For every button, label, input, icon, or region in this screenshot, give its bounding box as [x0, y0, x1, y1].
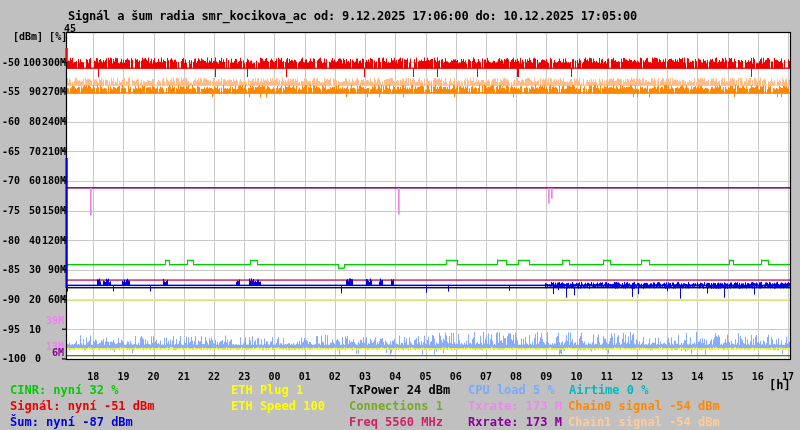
- x-axis-hour-label: 20: [139, 371, 169, 382]
- x-axis-hour-label: 06: [441, 371, 471, 382]
- x-axis-hour-label: 03: [350, 371, 380, 382]
- y-axis-rate-label: 210M: [0, 146, 66, 157]
- x-axis-hour-label: 05: [411, 371, 441, 382]
- x-axis-hour-label: 22: [199, 371, 229, 382]
- x-axis-hour-label: 19: [108, 371, 138, 382]
- legend-item: Chain0 signal -54 dBm: [568, 400, 720, 413]
- x-axis-hour-label: 13: [652, 371, 682, 382]
- y-axis-extra-rate-label: 6M: [0, 347, 64, 358]
- y-axis-rate-label: 120M: [0, 235, 66, 246]
- x-axis-hour-label: 01: [290, 371, 320, 382]
- x-axis-hour-label: 08: [501, 371, 531, 382]
- x-axis-hour-label: 15: [713, 371, 743, 382]
- signal-noise-graph-canvas: [0, 0, 800, 430]
- y-axis-rate-label: 300M: [0, 57, 66, 68]
- y-axis-unit-label: [dBm] [%]: [13, 31, 67, 42]
- x-axis-hour-label: 00: [259, 371, 289, 382]
- legend-item: Šum: nyní -87 dBm: [10, 416, 133, 429]
- legend-item: Rxrate: 173 M: [468, 416, 562, 429]
- y-axis-extra-rate-label: 39M: [0, 315, 64, 326]
- legend-item: Signál: nyní -51 dBm: [10, 400, 155, 413]
- legend-item: ETH Plug 1: [231, 384, 303, 397]
- graph-window: Signál a šum radia smr_kocikova_ac od: 9…: [0, 0, 800, 430]
- x-axis-hour-label: 10: [562, 371, 592, 382]
- graph-title: Signál a šum radia smr_kocikova_ac od: 9…: [68, 10, 637, 23]
- x-axis-hour-label: 04: [380, 371, 410, 382]
- y-axis-rate-label: 180M: [0, 175, 66, 186]
- x-axis-hour-label: 07: [471, 371, 501, 382]
- x-axis-hour-label: 21: [169, 371, 199, 382]
- legend-item: CINR: nyní 32 %: [10, 384, 118, 397]
- y-axis-rate-label: 240M: [0, 116, 66, 127]
- legend-item: Chain1 signal -54 dBm: [568, 416, 720, 429]
- x-axis-hour-label: 12: [622, 371, 652, 382]
- legend-item: TxPower 24 dBm: [349, 384, 450, 397]
- y-axis-rate-label: 150M: [0, 205, 66, 216]
- x-axis-hour-label: 09: [531, 371, 561, 382]
- x-axis-hour-label: 14: [682, 371, 712, 382]
- legend-item: Connections 1: [349, 400, 443, 413]
- x-axis-hour-label: 17: [773, 371, 800, 382]
- legend-item: Airtime 0 %: [569, 384, 648, 397]
- x-axis-hour-label: 18: [78, 371, 108, 382]
- x-axis-hour-label: 23: [229, 371, 259, 382]
- x-axis-hour-label: 11: [592, 371, 622, 382]
- legend-item: ETH Speed 100: [231, 400, 325, 413]
- y-axis-rate-label: 90M: [0, 264, 66, 275]
- legend-item: Txrate: 173 M: [468, 400, 562, 413]
- x-axis-hour-label: 02: [320, 371, 350, 382]
- legend-item: CPU load 5 %: [468, 384, 555, 397]
- y-axis-rate-label: 270M: [0, 86, 66, 97]
- x-axis-hour-label: 16: [743, 371, 773, 382]
- legend-item: Freq 5560 MHz: [349, 416, 443, 429]
- y-axis-rate-label: 60M: [0, 294, 66, 305]
